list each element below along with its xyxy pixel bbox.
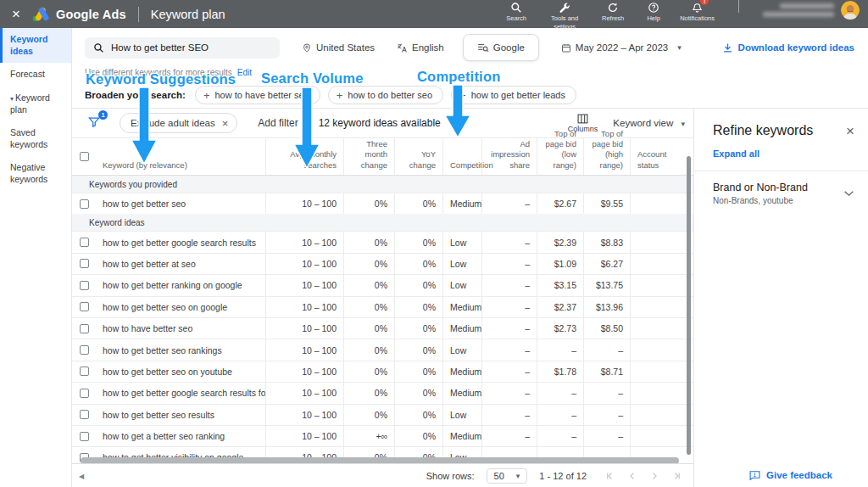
refresh-button[interactable]: Refresh	[598, 0, 627, 23]
search-icon	[510, 1, 522, 14]
next-page-icon[interactable]	[649, 471, 659, 481]
caret-down-icon: ▾	[681, 120, 685, 128]
col-header-top-bid-low[interactable]: Top of page bid (low range)	[537, 138, 583, 175]
annotation-competition: Competition	[417, 69, 500, 85]
account-divider	[738, 0, 739, 13]
rows-per-page-select[interactable]: 50▾	[487, 468, 528, 484]
refine-keywords-panel: Refine keywords × Expand all Brand or No…	[693, 108, 868, 487]
table-row[interactable]: how to get better google search results …	[72, 231, 693, 252]
sidebar-item-forecast[interactable]: Forecast	[0, 63, 71, 87]
table-row[interactable]: how to get better seo on google 10 – 100…	[72, 296, 693, 317]
page-range: 1 - 12 of 12	[539, 471, 587, 481]
plus-icon: +	[337, 90, 343, 101]
caret-down-icon: ▾	[677, 43, 682, 52]
sidebar-item-negative-keywords[interactable]: Negative keywords	[0, 156, 71, 191]
table-row[interactable]: how to get better ranking on google 10 –…	[72, 274, 693, 295]
filter-button[interactable]: 1	[87, 115, 101, 132]
vertical-scrollbar[interactable]	[687, 156, 691, 455]
close-icon[interactable]: ×	[12, 7, 20, 21]
col-header-keyword[interactable]: Keyword (by relevance)	[96, 138, 265, 175]
help-button[interactable]: Help	[639, 0, 668, 23]
edit-keywords-link[interactable]: Edit	[237, 68, 252, 77]
cell-competition: Medium	[442, 361, 481, 382]
language-selector[interactable]: English	[397, 42, 444, 53]
row-checkbox[interactable]	[80, 199, 89, 209]
cell-account-status	[630, 318, 693, 339]
cell-avg-monthly-searches: 10 – 100	[265, 254, 343, 274]
network-selector[interactable]: Google	[463, 34, 539, 61]
keyword-view-selector[interactable]: Keyword view ▾	[613, 118, 685, 128]
tools-settings-button[interactable]: Tools and settings	[542, 0, 587, 31]
table-row[interactable]: how to get a better seo ranking 10 – 100…	[72, 425, 693, 446]
table-row[interactable]: how to get better seo results 10 – 100 0…	[72, 404, 693, 425]
keyword-search-input[interactable]: How to get better SEO	[85, 37, 280, 59]
close-icon[interactable]: ×	[846, 124, 854, 138]
date-range-selector[interactable]: May 2022 – Apr 2023 ▾	[561, 42, 682, 53]
translate-icon	[397, 42, 408, 53]
row-checkbox[interactable]	[80, 324, 89, 333]
cell-yoy-change: 0%	[394, 405, 442, 425]
sidebar-item-keyword-plan[interactable]: ▾Keyword plan	[0, 87, 71, 121]
caret-down-icon: ▾	[10, 95, 14, 103]
cell-keyword: how to have better seo	[96, 318, 265, 339]
sidebar-item-keyword-ideas[interactable]: Keyword ideas	[0, 28, 71, 63]
cell-top-bid-high: –	[583, 405, 630, 425]
table-row[interactable]: how to get better at seo 10 – 100 0% 0% …	[72, 253, 693, 274]
google-ads-logo: Google Ads	[32, 6, 126, 22]
remove-filter-icon[interactable]: ×	[222, 117, 229, 130]
col-header-account-status[interactable]: Account status	[630, 138, 693, 175]
table-header-row: Keyword (by relevance) Avg. monthly sear…	[72, 138, 693, 176]
expand-all-link[interactable]: Expand all	[694, 138, 868, 171]
col-header-yoy-change[interactable]: YoY change	[394, 138, 442, 175]
row-checkbox[interactable]	[80, 281, 89, 290]
search-button[interactable]: Search	[502, 0, 531, 23]
table-row[interactable]: how to have better seo 10 – 100 0% 0% Me…	[72, 317, 693, 339]
cell-top-bid-high: –	[583, 426, 630, 446]
cell-competition: Low	[442, 405, 481, 425]
show-rows-label: Show rows:	[426, 471, 475, 481]
filter-count-badge: 1	[98, 110, 108, 120]
col-header-three-month-change[interactable]: Three month change	[343, 138, 394, 175]
table-row[interactable]: how to get better seo on youtube 10 – 10…	[72, 361, 693, 382]
cell-avg-monthly-searches: 10 – 100	[265, 232, 343, 252]
avatar[interactable]	[841, 1, 860, 20]
cell-competition: Medium	[442, 193, 481, 214]
table-row[interactable]: how to get better google search results …	[72, 382, 693, 403]
download-keyword-ideas-button[interactable]: Download keyword ideas	[722, 42, 854, 53]
cell-avg-monthly-searches: 10 – 100	[265, 383, 343, 403]
cell-ad-impression-share: –	[481, 426, 537, 446]
sidebar-item-saved-keywords[interactable]: Saved keywords	[0, 121, 71, 156]
row-checkbox[interactable]	[80, 259, 89, 268]
row-checkbox[interactable]	[80, 389, 89, 398]
first-page-icon[interactable]	[605, 471, 615, 481]
row-checkbox[interactable]	[80, 367, 89, 376]
row-checkbox[interactable]	[80, 238, 89, 247]
location-selector[interactable]: United States	[302, 42, 375, 53]
last-page-icon[interactable]	[671, 471, 682, 481]
cell-competition: Medium	[442, 318, 481, 339]
select-all-checkbox[interactable]	[80, 152, 89, 161]
row-checkbox[interactable]	[80, 432, 89, 441]
google-ads-logo-icon	[32, 6, 49, 22]
top-app-bar: × Google Ads Keyword plan Search	[0, 0, 868, 28]
prev-page-icon[interactable]	[627, 471, 637, 481]
cell-ad-impression-share: –	[481, 361, 537, 382]
col-header-top-bid-high[interactable]: Top of page bid (high range)	[583, 138, 630, 175]
table-row[interactable]: how to get better seo 10 – 100 0% 0% Med…	[72, 193, 693, 214]
col-header-competition[interactable]: Competition	[442, 138, 481, 175]
cell-top-bid-high: $9.55	[583, 193, 630, 214]
table-row[interactable]: how to get better seo rankings 10 – 100 …	[72, 339, 693, 360]
cell-yoy-change: 0%	[394, 339, 442, 360]
scroll-left-icon[interactable]: ◀	[79, 473, 84, 480]
account-menu[interactable]	[763, 0, 860, 20]
cell-three-month-change: 0%	[343, 297, 394, 317]
col-header-ad-impression-share[interactable]: Ad impression share	[481, 138, 537, 175]
broaden-chip[interactable]: +how to do better seo	[328, 86, 443, 104]
row-checkbox[interactable]	[80, 302, 89, 311]
row-checkbox[interactable]	[80, 410, 89, 419]
brand-group-toggle[interactable]: Brand or Non-Brand Non-Brands, youtube	[694, 171, 868, 216]
cell-competition: Medium	[442, 426, 481, 446]
give-feedback-button[interactable]: Give feedback	[749, 470, 832, 480]
row-checkbox[interactable]	[80, 345, 89, 355]
notifications-button[interactable]: ! Notifications	[680, 0, 715, 23]
